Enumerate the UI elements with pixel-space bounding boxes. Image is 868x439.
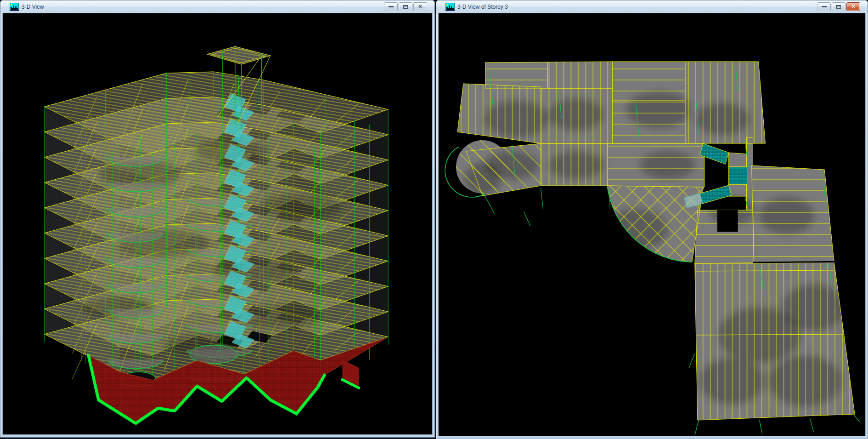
window-3d-view-storey3: 3-D View of Storey 3 ✕ [436,0,868,439]
etabs-app-icon [445,3,455,11]
window-title: 3-D View of Storey 3 [457,4,508,10]
close-icon: ✕ [418,4,422,9]
minimize-icon [389,6,394,7]
maximize-button[interactable] [399,2,412,11]
maximize-button[interactable] [832,2,845,11]
titlebar[interactable]: 3-D View of Storey 3 ✕ [436,0,868,13]
minimize-icon [822,6,827,7]
maximize-icon [836,5,841,9]
titlebar[interactable]: 3-D View ✕ [0,0,434,13]
storey3-view-canvas[interactable] [438,13,866,436]
maximize-icon [403,5,408,9]
close-icon: ✕ [851,4,855,9]
minimize-button[interactable] [817,2,831,11]
window-title: 3-D View [22,4,44,10]
minimize-button[interactable] [384,2,398,11]
mdi-workspace: 3-D View ✕ 3-D View of Storey 3 [0,0,868,439]
etabs-app-icon [10,3,19,11]
storey3-plan-render[interactable] [439,13,865,436]
close-button[interactable]: ✕ [413,2,427,11]
window-3d-view: 3-D View ✕ [0,0,435,438]
close-button[interactable]: ✕ [846,2,860,11]
building-3d-render[interactable] [3,13,432,434]
3d-view-canvas[interactable] [2,13,433,435]
